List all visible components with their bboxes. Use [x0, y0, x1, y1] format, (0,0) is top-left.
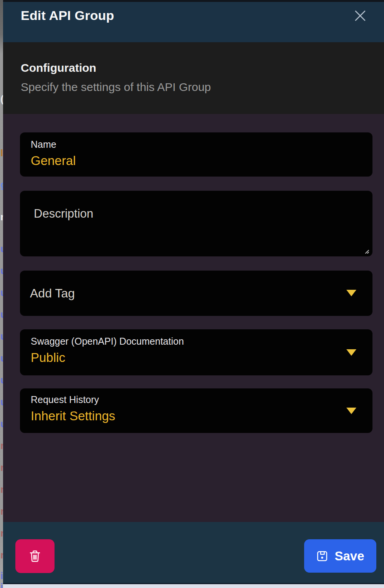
description-placeholder: Description	[34, 207, 372, 221]
trash-icon	[28, 549, 42, 563]
chevron-down-icon	[346, 349, 356, 356]
delete-button[interactable]	[15, 539, 55, 573]
floppy-disk-icon	[316, 550, 328, 562]
edit-api-group-modal: Edit API Group Configuration Specify the…	[3, 0, 384, 588]
background-text-fragment: u	[0, 418, 3, 429]
request-history-label: Request History	[31, 394, 362, 405]
background-text-fragment: u	[0, 309, 3, 320]
background-text-fragment: u	[0, 330, 3, 342]
section-subheading: Specify the settings of this API Group	[21, 81, 369, 94]
chevron-down-icon	[346, 408, 356, 414]
background-text-fragment: r	[0, 505, 3, 517]
request-history-dropdown[interactable]: Request History Inherit Settings	[20, 388, 372, 433]
background-text-fragment: r	[0, 484, 3, 495]
background-text-fragment: (	[0, 93, 3, 105]
configuration-section: Configuration Specify the settings of th…	[3, 42, 384, 114]
background-text-fragment: r	[0, 549, 3, 561]
section-heading: Configuration	[21, 61, 369, 74]
modal-title: Edit API Group	[21, 8, 384, 23]
background-text-fragment: u	[0, 287, 3, 298]
close-button[interactable]	[352, 7, 369, 24]
swagger-docs-dropdown[interactable]: Swagger (OpenAPI) Documentation Public	[20, 329, 372, 375]
modal-body: Name General Description Add Tag Swagger…	[3, 114, 384, 522]
modal-footer: Save	[3, 522, 384, 584]
chevron-down-icon	[346, 290, 356, 296]
background-text-fragment: I	[0, 147, 3, 159]
description-textarea[interactable]: Description	[20, 191, 372, 256]
background-text-fragment: g	[0, 179, 3, 190]
name-field-value: General	[31, 154, 362, 168]
swagger-docs-value: Public	[31, 350, 362, 365]
save-button[interactable]: Save	[304, 539, 376, 573]
background-text-fragment: u	[0, 396, 3, 408]
background-text-fragment: r	[0, 527, 3, 539]
resize-handle-icon[interactable]	[363, 248, 369, 254]
background-text-fragment: u	[0, 243, 3, 254]
background-text-fragment: r	[0, 440, 3, 451]
x-icon	[354, 9, 367, 22]
name-field[interactable]: Name General	[20, 132, 372, 177]
background-text-fragment: u	[0, 265, 3, 276]
save-button-label: Save	[334, 549, 364, 563]
request-history-value: Inherit Settings	[31, 409, 362, 423]
background-text-fragment: n	[0, 211, 3, 223]
page-edge-sliver: (Ignuuuuuuuuurrrrrrii	[0, 0, 3, 588]
background-text-fragment: u	[0, 374, 3, 386]
background-text-fragment: r	[0, 462, 3, 473]
modal-header: Edit API Group	[3, 2, 384, 42]
add-tag-dropdown[interactable]: Add Tag	[20, 271, 372, 316]
background-text-fragment: i	[0, 581, 3, 588]
page-background-strip	[3, 584, 384, 588]
swagger-docs-label: Swagger (OpenAPI) Documentation	[31, 336, 362, 347]
background-text-fragment: i	[0, 570, 3, 581]
background-text-fragment: u	[0, 352, 3, 364]
page: (Ignuuuuuuuuurrrrrrii Edit API Group Con…	[0, 0, 384, 588]
add-tag-label: Add Tag	[30, 286, 75, 301]
name-field-label: Name	[31, 139, 362, 150]
